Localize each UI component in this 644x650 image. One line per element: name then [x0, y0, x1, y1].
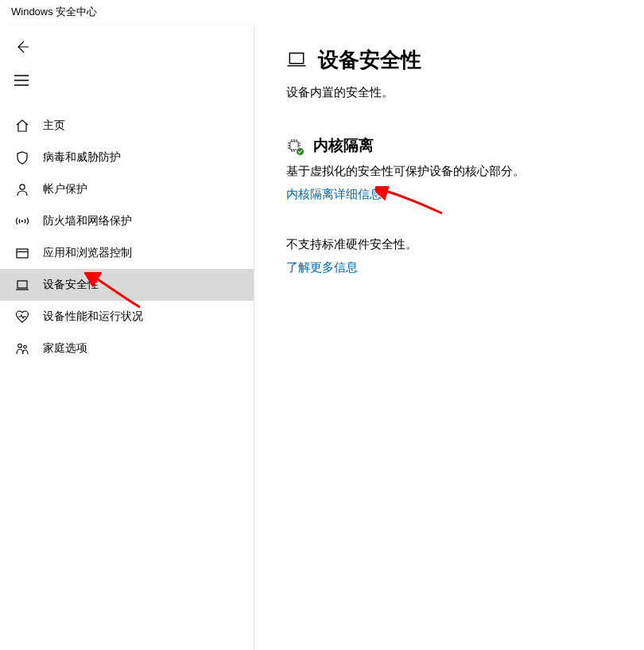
learn-more-link[interactable]: 了解更多信息 — [286, 260, 644, 275]
svg-rect-3 — [17, 281, 27, 288]
antenna-icon — [14, 213, 30, 229]
svg-point-4 — [18, 344, 22, 348]
menu-button[interactable] — [0, 65, 38, 99]
back-button[interactable] — [0, 32, 38, 65]
hamburger-icon — [14, 75, 29, 89]
window-title: Windows 安全中心 — [0, 0, 644, 25]
back-arrow-icon — [14, 39, 30, 58]
section-header: 内核隔离 — [286, 135, 644, 156]
sidebar-item-app-browser[interactable]: 应用和浏览器控制 — [0, 237, 254, 269]
sidebar-item-label: 应用和浏览器控制 — [43, 246, 132, 260]
section-core-isolation: 内核隔离 基于虚拟化的安全性可保护设备的核心部分。 内核隔离详细信息 — [286, 135, 644, 202]
section-desc: 不支持标准硬件安全性。 — [286, 237, 644, 252]
chip-icon — [286, 138, 302, 154]
device-icon — [286, 49, 307, 72]
page-title: 设备安全性 — [318, 46, 421, 74]
device-icon — [14, 277, 30, 293]
sidebar-item-label: 设备安全性 — [43, 278, 99, 292]
page-header: 设备安全性 — [286, 46, 644, 74]
sidebar-item-label: 主页 — [43, 119, 65, 133]
app-container: 主页 病毒和威胁防护 帐户保护 防火墙和网络保护 — [0, 25, 644, 650]
main-content: 设备安全性 设备内置的安全性。 内核隔离 基于虚拟化的安全性可保护设备的核心部分… — [254, 25, 644, 650]
core-isolation-details-link[interactable]: 内核隔离详细信息 — [286, 187, 644, 202]
sidebar: 主页 病毒和威胁防护 帐户保护 防火墙和网络保护 — [0, 25, 254, 650]
sidebar-item-label: 设备性能和运行状况 — [43, 309, 143, 324]
home-icon — [14, 118, 30, 134]
sidebar-item-label: 家庭选项 — [43, 341, 87, 356]
svg-point-5 — [24, 345, 27, 348]
section-desc: 基于虚拟化的安全性可保护设备的核心部分。 — [286, 164, 644, 179]
check-badge-icon — [296, 147, 305, 156]
svg-rect-6 — [289, 53, 303, 63]
family-icon — [14, 341, 30, 356]
app-window-icon — [14, 245, 30, 261]
sidebar-item-label: 病毒和威胁防护 — [43, 150, 121, 165]
sidebar-item-label: 帐户保护 — [43, 182, 87, 197]
shield-icon — [14, 150, 30, 165]
sidebar-item-firewall[interactable]: 防火墙和网络保护 — [0, 205, 254, 237]
person-icon — [14, 181, 30, 197]
sidebar-item-family[interactable]: 家庭选项 — [0, 333, 254, 364]
sidebar-item-account[interactable]: 帐户保护 — [0, 173, 254, 205]
sidebar-item-performance[interactable]: 设备性能和运行状况 — [0, 301, 254, 333]
section-title: 内核隔离 — [313, 135, 374, 156]
sidebar-item-label: 防火墙和网络保护 — [43, 214, 132, 228]
nav-list: 主页 病毒和威胁防护 帐户保护 防火墙和网络保护 — [0, 110, 254, 364]
page-subtitle: 设备内置的安全性。 — [286, 85, 644, 100]
sidebar-item-home[interactable]: 主页 — [0, 110, 254, 142]
sidebar-item-virus[interactable]: 病毒和威胁防护 — [0, 142, 254, 173]
heart-pulse-icon — [14, 309, 30, 325]
sidebar-top — [0, 25, 254, 105]
sidebar-item-device-security[interactable]: 设备安全性 — [0, 269, 254, 301]
svg-point-1 — [21, 220, 23, 222]
section-hardware-security: 不支持标准硬件安全性。 了解更多信息 — [286, 237, 644, 275]
svg-point-0 — [20, 185, 25, 189]
svg-rect-2 — [17, 249, 28, 258]
